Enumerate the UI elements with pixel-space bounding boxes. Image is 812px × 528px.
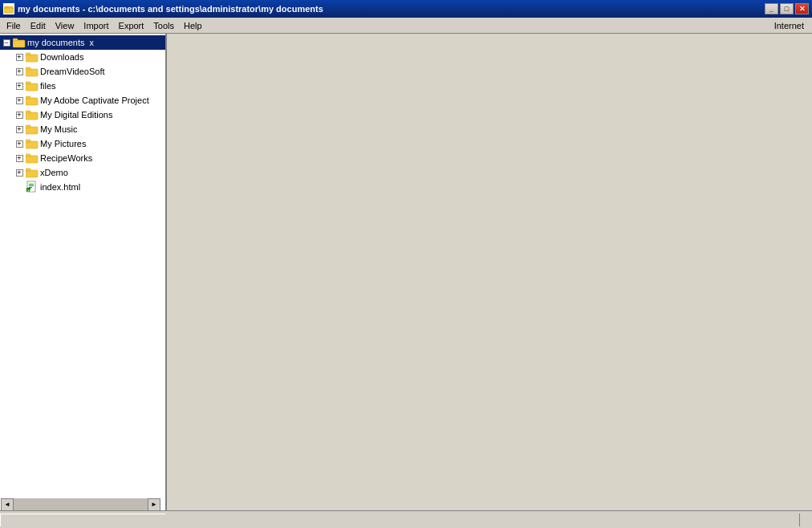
tree-item-downloads[interactable]: + Downloads bbox=[0, 50, 165, 64]
tree-content: − my documents x + bbox=[0, 34, 165, 498]
svg-rect-25 bbox=[29, 185, 34, 186]
svg-rect-8 bbox=[26, 67, 30, 70]
svg-rect-15 bbox=[26, 127, 38, 134]
expand-box-root: − bbox=[3, 39, 10, 47]
expand-pictures[interactable]: + bbox=[13, 137, 26, 150]
svg-rect-13 bbox=[26, 112, 38, 120]
expand-box-dreamvideosoft: + bbox=[16, 68, 23, 75]
menu-export[interactable]: Export bbox=[114, 19, 149, 32]
pictures-label: My Pictures bbox=[40, 139, 86, 148]
menu-view[interactable]: View bbox=[51, 19, 79, 32]
title-bar: my documents - c:\documents and settings… bbox=[0, 0, 812, 18]
tree-hscrollbar[interactable]: ◄ ► bbox=[0, 498, 160, 510]
tree-item-pictures[interactable]: + My Pictures bbox=[0, 136, 165, 151]
svg-rect-12 bbox=[26, 96, 30, 99]
menu-import[interactable]: Import bbox=[79, 19, 113, 32]
menu-help[interactable]: Help bbox=[179, 19, 207, 32]
expand-box-digital-editions: + bbox=[16, 112, 23, 119]
index-html-label: index.html bbox=[40, 182, 80, 192]
expand-xdemo[interactable]: + bbox=[13, 166, 26, 179]
expand-box-music: + bbox=[16, 126, 23, 133]
expand-files[interactable]: + bbox=[13, 79, 26, 92]
tree-item-files[interactable]: + files bbox=[0, 79, 165, 93]
recipeworks-label: RecipeWorks bbox=[40, 153, 92, 163]
expand-captivate[interactable]: + bbox=[13, 94, 26, 107]
expand-dreamvideosoft[interactable]: + bbox=[13, 65, 26, 78]
svg-rect-20 bbox=[26, 154, 30, 156]
svg-rect-6 bbox=[26, 53, 30, 55]
expand-box-pictures: + bbox=[16, 140, 23, 148]
menu-edit[interactable]: Edit bbox=[26, 19, 51, 32]
expand-index bbox=[13, 181, 26, 193]
title-buttons: _ □ ✕ bbox=[765, 3, 809, 14]
folder-icon-xdemo bbox=[26, 166, 39, 179]
folder-icon-root bbox=[13, 36, 26, 49]
svg-rect-17 bbox=[26, 141, 38, 148]
maximize-button[interactable]: □ bbox=[780, 3, 794, 14]
expand-box-recipeworks: + bbox=[16, 155, 23, 162]
expand-downloads[interactable]: + bbox=[13, 51, 26, 63]
title-bar-left: my documents - c:\documents and settings… bbox=[3, 3, 323, 14]
main-container: − my documents x + bbox=[0, 34, 812, 510]
expand-recipeworks[interactable]: + bbox=[13, 152, 26, 164]
expand-music[interactable]: + bbox=[13, 123, 26, 136]
files-label: files bbox=[40, 81, 56, 91]
svg-rect-19 bbox=[26, 156, 38, 163]
svg-rect-3 bbox=[13, 40, 25, 47]
tree-item-music[interactable]: + My Music bbox=[0, 122, 165, 136]
svg-rect-21 bbox=[26, 170, 38, 177]
tree-item-xdemo[interactable]: + xDemo bbox=[0, 165, 165, 180]
captivate-label: My Adobe Captivate Project bbox=[40, 95, 149, 105]
dreamvideosoft-label: DreamVideoSoft bbox=[40, 67, 105, 76]
svg-rect-4 bbox=[13, 39, 18, 41]
svg-rect-18 bbox=[26, 140, 30, 142]
tree-item-captivate[interactable]: + My Adobe Captivate Project bbox=[0, 93, 165, 108]
root-close[interactable]: x bbox=[90, 38, 95, 47]
xdemo-label: xDemo bbox=[40, 168, 68, 177]
expand-box-captivate: + bbox=[16, 97, 23, 104]
expand-digital-editions[interactable]: + bbox=[13, 108, 26, 121]
close-button[interactable]: ✕ bbox=[795, 3, 809, 14]
internet-button[interactable]: Internet bbox=[768, 19, 810, 32]
root-label: my documents bbox=[27, 38, 85, 47]
tree-item-digital-editions[interactable]: + My Digital Editions bbox=[0, 108, 165, 122]
svg-text:XLS: XLS bbox=[27, 189, 34, 193]
tree-item-dreamvideosoft[interactable]: + DreamVideoSoft bbox=[0, 64, 165, 79]
scroll-right-button[interactable]: ► bbox=[148, 498, 160, 511]
expand-root[interactable]: − bbox=[0, 36, 13, 49]
svg-rect-22 bbox=[26, 169, 30, 171]
digital-editions-label: My Digital Editions bbox=[40, 110, 112, 120]
scroll-left-button[interactable]: ◄ bbox=[1, 498, 14, 511]
svg-rect-7 bbox=[26, 69, 38, 76]
app-icon bbox=[3, 3, 14, 14]
svg-rect-2 bbox=[4, 8, 14, 13]
folder-icon-files bbox=[26, 79, 39, 92]
status-bar bbox=[0, 510, 812, 528]
menu-file[interactable]: File bbox=[2, 19, 26, 32]
menu-tools[interactable]: Tools bbox=[148, 19, 179, 32]
svg-rect-5 bbox=[26, 55, 38, 62]
svg-rect-9 bbox=[26, 83, 38, 91]
music-label: My Music bbox=[40, 124, 77, 134]
tree-item-root[interactable]: − my documents x bbox=[0, 35, 165, 50]
content-pane bbox=[167, 34, 812, 510]
menu-bar: File Edit View Import Export Tools Help … bbox=[0, 18, 812, 34]
folder-icon-digital-editions bbox=[26, 108, 39, 121]
svg-rect-16 bbox=[26, 125, 30, 128]
tree-item-index-html[interactable]: XLS index.html bbox=[0, 180, 165, 194]
downloads-label: Downloads bbox=[40, 52, 83, 62]
status-left bbox=[0, 514, 165, 526]
expand-box-files: + bbox=[16, 83, 23, 90]
folder-icon-captivate bbox=[26, 94, 39, 107]
folder-icon-dreamvideosoft bbox=[26, 65, 39, 78]
tree-item-recipeworks[interactable]: + RecipeWorks bbox=[0, 151, 165, 165]
scroll-track[interactable] bbox=[14, 498, 148, 511]
svg-rect-14 bbox=[26, 111, 30, 113]
spacer-index bbox=[16, 184, 23, 191]
expand-box-downloads: + bbox=[16, 54, 23, 61]
svg-rect-24 bbox=[29, 184, 34, 185]
folder-icon-pictures bbox=[26, 137, 39, 150]
svg-rect-11 bbox=[26, 98, 38, 105]
minimize-button[interactable]: _ bbox=[765, 3, 778, 14]
file-icon-index: XLS bbox=[26, 181, 39, 193]
